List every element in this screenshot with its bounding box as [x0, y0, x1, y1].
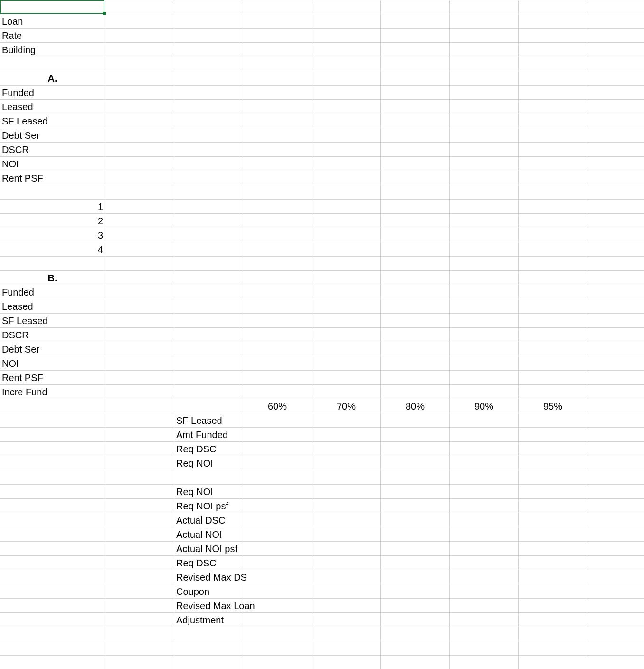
cell-c[interactable]: Req DSC: [174, 556, 243, 570]
cell-a[interactable]: Leased: [0, 299, 105, 314]
cell-e[interactable]: [312, 542, 381, 556]
cell-b[interactable]: [105, 257, 174, 271]
cell-g[interactable]: [450, 128, 519, 143]
cell-e[interactable]: [312, 228, 381, 242]
cell-f[interactable]: [381, 485, 450, 499]
cell-a[interactable]: [0, 428, 105, 442]
cell-i[interactable]: [587, 143, 644, 157]
grid-row[interactable]: Debt Ser: [0, 342, 644, 356]
cell-a[interactable]: 2: [0, 214, 105, 228]
cell-b[interactable]: [105, 627, 174, 641]
cell-c[interactable]: SF Leased: [174, 413, 243, 428]
cell-f[interactable]: [381, 314, 450, 328]
cell-f[interactable]: [381, 328, 450, 342]
cell-i[interactable]: [587, 214, 644, 228]
cell-g[interactable]: [450, 271, 519, 285]
cell-c[interactable]: [174, 43, 243, 57]
cell-b[interactable]: [105, 157, 174, 171]
grid-row[interactable]: Amt Funded: [0, 428, 644, 442]
cell-b[interactable]: [105, 413, 174, 428]
cell-a[interactable]: Leased: [0, 100, 105, 114]
cell-a[interactable]: [0, 185, 105, 200]
cell-f[interactable]: [381, 627, 450, 641]
cell-f[interactable]: [381, 470, 450, 485]
cell-h[interactable]: [519, 257, 587, 271]
cell-f[interactable]: [381, 342, 450, 356]
cell-b[interactable]: [105, 442, 174, 456]
cell-d[interactable]: [243, 228, 312, 242]
cell-d[interactable]: 60%: [243, 399, 312, 413]
cell-d[interactable]: [243, 314, 312, 328]
cell-c[interactable]: Coupon: [174, 584, 243, 599]
cell-g[interactable]: [450, 499, 519, 513]
cell-c[interactable]: Req NOI: [174, 485, 243, 499]
cell-g[interactable]: [450, 314, 519, 328]
cell-c[interactable]: [174, 14, 243, 29]
grid-row[interactable]: [0, 656, 644, 669]
cell-d[interactable]: [243, 371, 312, 385]
cell-i[interactable]: [587, 328, 644, 342]
cell-b[interactable]: [105, 214, 174, 228]
cell-e[interactable]: [312, 200, 381, 214]
grid-row[interactable]: Incre Fund: [0, 385, 644, 399]
cell-i[interactable]: [587, 470, 644, 485]
cell-e[interactable]: 70%: [312, 399, 381, 413]
cell-d[interactable]: [243, 71, 312, 86]
cell-h[interactable]: [519, 143, 587, 157]
cell-h[interactable]: [519, 314, 587, 328]
cell-f[interactable]: [381, 599, 450, 613]
cell-c[interactable]: [174, 228, 243, 242]
grid-row[interactable]: B.: [0, 271, 644, 285]
cell-e[interactable]: [312, 627, 381, 641]
cell-g[interactable]: [450, 641, 519, 656]
cell-i[interactable]: [587, 356, 644, 371]
cell-i[interactable]: [587, 71, 644, 86]
cell-i[interactable]: [587, 100, 644, 114]
cell-c[interactable]: [174, 328, 243, 342]
grid-row[interactable]: Funded: [0, 285, 644, 299]
cell-b[interactable]: [105, 185, 174, 200]
cell-a[interactable]: A.: [0, 71, 105, 86]
cell-h[interactable]: [519, 57, 587, 71]
cell-f[interactable]: [381, 143, 450, 157]
cell-g[interactable]: [450, 200, 519, 214]
grid-row[interactable]: SF Leased: [0, 114, 644, 128]
cell-i[interactable]: [587, 385, 644, 399]
grid-row[interactable]: [0, 185, 644, 200]
cell-d[interactable]: [243, 656, 312, 669]
cell-c[interactable]: [174, 641, 243, 656]
cell-b[interactable]: [105, 385, 174, 399]
cell-e[interactable]: [312, 285, 381, 299]
grid-row[interactable]: Req NOI psf: [0, 499, 644, 513]
cell-i[interactable]: [587, 242, 644, 257]
cell-i[interactable]: [587, 456, 644, 470]
cell-e[interactable]: [312, 143, 381, 157]
cell-d[interactable]: [243, 385, 312, 399]
cell-e[interactable]: [312, 527, 381, 542]
cell-e[interactable]: [312, 485, 381, 499]
cell-a[interactable]: [0, 599, 105, 613]
cell-d[interactable]: [243, 442, 312, 456]
cell-h[interactable]: [519, 14, 587, 29]
cell-f[interactable]: [381, 257, 450, 271]
cell-c[interactable]: [174, 86, 243, 100]
cell-c[interactable]: Revised Max Loan: [174, 599, 243, 613]
cell-e[interactable]: [312, 57, 381, 71]
cell-f[interactable]: [381, 114, 450, 128]
grid-row[interactable]: SF Leased: [0, 413, 644, 428]
cell-i[interactable]: [587, 485, 644, 499]
cell-g[interactable]: [450, 242, 519, 257]
cell-d[interactable]: [243, 413, 312, 428]
grid-row[interactable]: Req DSC: [0, 556, 644, 570]
cell-e[interactable]: [312, 656, 381, 669]
cell-b[interactable]: [105, 342, 174, 356]
cell-i[interactable]: [587, 570, 644, 584]
cell-i[interactable]: [587, 200, 644, 214]
cell-c[interactable]: [174, 71, 243, 86]
cell-f[interactable]: [381, 157, 450, 171]
cell-h[interactable]: [519, 371, 587, 385]
cell-a[interactable]: [0, 485, 105, 499]
cell-h[interactable]: [519, 527, 587, 542]
grid-row[interactable]: SF Leased: [0, 314, 644, 328]
cell-d[interactable]: [243, 214, 312, 228]
